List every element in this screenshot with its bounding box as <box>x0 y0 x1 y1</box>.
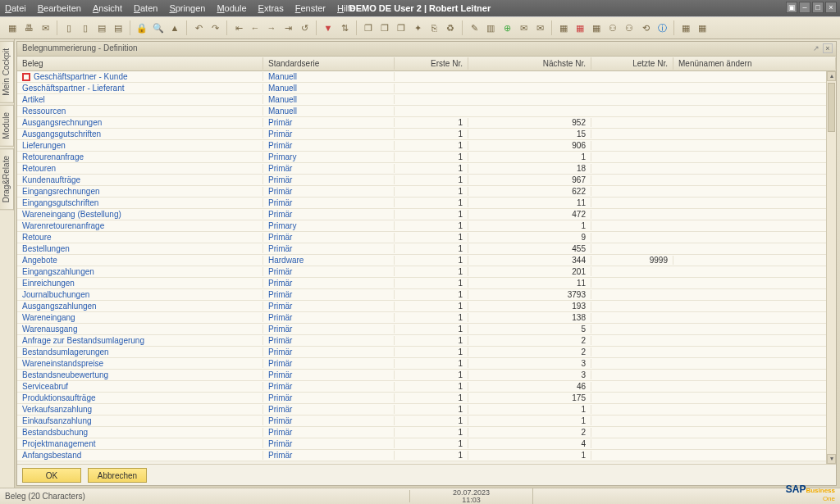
win-close-icon[interactable]: × <box>825 2 837 13</box>
menu-hilfe[interactable]: Hilfe <box>337 3 355 13</box>
tb-user-icon[interactable]: ⚇ <box>622 20 637 35</box>
tb-tree-icon[interactable]: ♻ <box>443 20 458 35</box>
tb-edit-icon[interactable]: ✎ <box>467 20 482 35</box>
table-row[interactable]: RetourePrimär19 <box>17 232 826 243</box>
table-row[interactable]: AnfangsbestandPrimär11 <box>17 450 826 461</box>
table-row[interactable]: BestandsbuchungPrimär12 <box>17 427 826 438</box>
table-row[interactable]: VerkaufsanzahlungPrimär11 <box>17 404 826 415</box>
sidetab-dragrelate[interactable]: Drag&Relate <box>0 148 14 210</box>
tb-redo-icon[interactable]: ↷ <box>208 20 222 35</box>
tb-help-icon[interactable]: ⓘ <box>655 20 669 35</box>
table-row[interactable]: AngeboteHardware13449999 <box>17 255 826 266</box>
tb-copy3-icon[interactable]: ❐ <box>394 20 409 35</box>
tb-msg2-icon[interactable]: ✉ <box>532 20 547 35</box>
tb-filter-icon[interactable]: ▼ <box>321 20 336 35</box>
tb-copy2-icon[interactable]: ❐ <box>377 20 392 35</box>
tb-preview-icon[interactable]: ▦ <box>5 20 20 35</box>
scroll-thumb[interactable] <box>828 83 835 132</box>
tb-msg1-icon[interactable]: ✉ <box>516 20 531 35</box>
tb-alert-icon[interactable]: ▦ <box>573 20 587 35</box>
tb-mod2-icon[interactable]: ▦ <box>695 20 710 35</box>
col-letzte[interactable]: Letzte Nr. <box>591 57 673 70</box>
scroll-up-icon[interactable]: ▴ <box>827 71 836 81</box>
tb-first-icon[interactable]: ⇤ <box>231 20 246 35</box>
tb-email-icon[interactable]: ✉ <box>38 20 52 35</box>
menu-daten[interactable]: Daten <box>134 3 158 13</box>
table-row[interactable]: WareneingangPrimär1138 <box>17 312 826 324</box>
tb-next-icon[interactable]: → <box>264 20 279 35</box>
table-row[interactable]: KundenaufträgePrimär1967 <box>17 175 826 186</box>
tb-copy1-icon[interactable]: ❐ <box>361 20 376 35</box>
cancel-button[interactable]: Abbrechen <box>88 468 147 483</box>
table-row[interactable]: WareneinstandspreisePrimär13 <box>17 358 826 370</box>
ok-button[interactable]: OK <box>22 468 81 483</box>
window-expand-icon[interactable]: ↗ <box>813 44 819 52</box>
table-row[interactable]: AusgangsgutschriftenPrimär115 <box>17 129 826 140</box>
vertical-scrollbar[interactable]: ▴ ▾ <box>826 71 836 464</box>
table-row[interactable]: Geschäftspartner - KundeManuell <box>17 71 826 83</box>
scroll-down-icon[interactable]: ▾ <box>827 454 836 464</box>
tb-dash-icon[interactable]: ▦ <box>589 20 604 35</box>
menu-ansicht[interactable]: Ansicht <box>93 3 122 13</box>
tb-prev-icon[interactable]: ← <box>248 20 262 35</box>
tb-last-icon[interactable]: ⇥ <box>281 20 295 35</box>
table-row[interactable]: ArtikelManuell <box>17 94 826 106</box>
tb-cal-icon[interactable]: ▦ <box>556 20 571 35</box>
menu-bearbeiten[interactable]: Bearbeiten <box>38 3 81 13</box>
table-row[interactable]: ServiceabrufPrimär146 <box>17 381 826 393</box>
table-row[interactable]: Geschäftspartner - LieferantManuell <box>17 83 826 94</box>
table-row[interactable]: EingangsgutschriftenPrimär111 <box>17 198 826 209</box>
tb-undo-icon[interactable]: ↶ <box>191 20 206 35</box>
table-row[interactable]: Wareneingang (Bestellung)Primär1472 <box>17 209 826 220</box>
tb-layout-icon[interactable]: ▥ <box>483 20 498 35</box>
menu-springen[interactable]: Springen <box>169 3 205 13</box>
table-row[interactable]: RetourenanfragePrimary11 <box>17 152 826 163</box>
table-row[interactable]: Anfrage zur BestandsumlagerungPrimär12 <box>17 335 826 347</box>
tb-new-icon[interactable]: ✦ <box>410 20 425 35</box>
window-close-icon[interactable]: × <box>823 43 833 53</box>
table-row[interactable]: RessourcenManuell <box>17 106 826 117</box>
tb-lock-icon[interactable]: 🔒 <box>135 20 149 35</box>
table-row[interactable]: EinreichungenPrimär111 <box>17 278 826 289</box>
tb-doc1-icon[interactable]: ▯ <box>62 20 76 35</box>
sidetab-cockpit[interactable]: Mein Cockpit <box>0 41 14 103</box>
tb-doc2-icon[interactable]: ▯ <box>78 20 93 35</box>
table-row[interactable]: BestandsneubewertungPrimär13 <box>17 370 826 381</box>
col-menu[interactable]: Menünamen ändern <box>673 57 836 70</box>
table-row[interactable]: RetourenPrimär118 <box>17 163 826 175</box>
menu-datei[interactable]: Datei <box>5 3 26 13</box>
tb-loop-icon[interactable]: ↺ <box>297 20 312 35</box>
col-serie[interactable]: Standardserie <box>263 57 395 70</box>
table-row[interactable]: EinkaufsanzahlungPrimär11 <box>17 415 826 427</box>
tb-bp-icon[interactable]: ⚇ <box>605 20 620 35</box>
table-row[interactable]: ProduktionsaufträgePrimär1175 <box>17 393 826 404</box>
table-row[interactable]: AusgangsrechnungenPrimär1952 <box>17 117 826 129</box>
tb-add-icon[interactable]: ⊕ <box>500 20 514 35</box>
tb-find-icon[interactable]: 🔍 <box>151 20 166 35</box>
table-row[interactable]: WarenretourenanfragePrimary11 <box>17 220 826 232</box>
win-minimize-icon[interactable]: – <box>799 2 810 13</box>
tb-up-icon[interactable]: ▲ <box>167 20 182 35</box>
win-maximize-icon[interactable]: □ <box>812 2 824 13</box>
table-row[interactable]: EingangszahlungenPrimär1201 <box>17 266 826 278</box>
table-row[interactable]: WarenausgangPrimär15 <box>17 324 826 335</box>
tb-trans-icon[interactable]: ⟲ <box>638 20 653 35</box>
table-row[interactable]: BestellungenPrimär1455 <box>17 243 826 255</box>
win-cascade-icon[interactable]: ▣ <box>786 2 797 13</box>
table-row[interactable]: LieferungenPrimär1906 <box>17 140 826 152</box>
tb-mod1-icon[interactable]: ▦ <box>678 20 693 35</box>
menu-fenster[interactable]: Fenster <box>295 3 326 13</box>
menu-module[interactable]: Module <box>217 3 246 13</box>
tb-word-icon[interactable]: ▤ <box>111 20 126 35</box>
tb-sort-icon[interactable]: ⇅ <box>337 20 352 35</box>
table-row[interactable]: JournalbuchungenPrimär13793 <box>17 289 826 301</box>
col-naechste[interactable]: Nächste Nr. <box>468 57 591 70</box>
col-beleg[interactable]: Beleg <box>17 57 263 70</box>
tb-link-icon[interactable]: ⎘ <box>427 20 441 35</box>
tb-print-icon[interactable]: 🖶 <box>21 20 36 35</box>
col-erste[interactable]: Erste Nr. <box>395 57 468 70</box>
table-row[interactable]: EingangsrechnungenPrimär1622 <box>17 186 826 198</box>
sidetab-module[interactable]: Module <box>0 105 14 147</box>
table-row[interactable]: AusgangszahlungenPrimär1193 <box>17 301 826 312</box>
tb-excel-icon[interactable]: ▤ <box>94 20 109 35</box>
